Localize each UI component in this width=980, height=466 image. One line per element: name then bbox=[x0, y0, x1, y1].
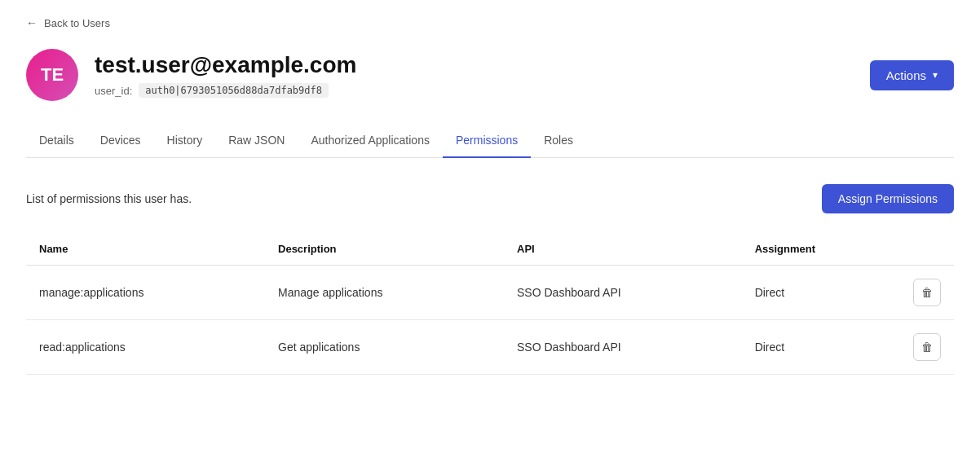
user-header: TE test.user@example.com user_id: auth0|… bbox=[26, 49, 954, 101]
avatar: TE bbox=[26, 49, 78, 101]
col-header-actions bbox=[900, 233, 954, 266]
cell-action-1: 🗑 bbox=[900, 320, 954, 375]
back-link-label: Back to Users bbox=[44, 17, 110, 29]
col-header-assignment: Assignment bbox=[742, 233, 900, 266]
cell-name-1: read:applications bbox=[26, 320, 265, 375]
permissions-table: Name Description API Assignment manage:a… bbox=[26, 233, 954, 375]
cell-assignment-0: Direct bbox=[742, 266, 900, 320]
col-header-description: Description bbox=[265, 233, 504, 266]
tab-authorized-applications[interactable]: Authorized Applications bbox=[298, 124, 443, 158]
cell-name-0: manage:applications bbox=[26, 266, 265, 320]
actions-button[interactable]: Actions ▾ bbox=[870, 60, 954, 90]
tab-devices[interactable]: Devices bbox=[87, 124, 154, 158]
trash-icon: 🗑 bbox=[921, 341, 933, 354]
user-header-left: TE test.user@example.com user_id: auth0|… bbox=[26, 49, 356, 101]
chevron-down-icon: ▾ bbox=[933, 69, 938, 81]
user-email: test.user@example.com bbox=[95, 52, 356, 78]
cell-assignment-1: Direct bbox=[742, 320, 900, 375]
permissions-description: List of permissions this user has. bbox=[26, 192, 192, 205]
table-header: Name Description API Assignment bbox=[26, 233, 954, 266]
actions-button-label: Actions bbox=[886, 68, 926, 82]
page-wrapper: ← Back to Users TE test.user@example.com… bbox=[0, 0, 980, 391]
table-header-row: Name Description API Assignment bbox=[26, 233, 954, 266]
tab-raw-json[interactable]: Raw JSON bbox=[215, 124, 298, 158]
tabs-bar: Details Devices History Raw JSON Authori… bbox=[26, 124, 954, 158]
cell-description-1: Get applications bbox=[265, 320, 504, 375]
trash-icon: 🗑 bbox=[921, 286, 933, 299]
col-header-api: API bbox=[504, 233, 742, 266]
col-header-name: Name bbox=[26, 233, 265, 266]
table-row: manage:applicationsManage applicationsSS… bbox=[26, 266, 954, 320]
cell-description-0: Manage applications bbox=[265, 266, 504, 320]
back-arrow-icon: ← bbox=[26, 16, 38, 29]
tab-details[interactable]: Details bbox=[26, 124, 87, 158]
tab-permissions[interactable]: Permissions bbox=[443, 124, 531, 158]
cell-api-0: SSO Dashboard API bbox=[504, 266, 742, 320]
delete-permission-button-1[interactable]: 🗑 bbox=[913, 333, 941, 361]
user-id-label: user_id: bbox=[95, 85, 132, 97]
permissions-header: List of permissions this user has. Assig… bbox=[26, 184, 954, 213]
avatar-initials: TE bbox=[41, 64, 64, 86]
back-link[interactable]: ← Back to Users bbox=[26, 16, 954, 29]
user-info: test.user@example.com user_id: auth0|679… bbox=[95, 52, 356, 98]
tab-history[interactable]: History bbox=[154, 124, 216, 158]
delete-permission-button-0[interactable]: 🗑 bbox=[913, 279, 941, 306]
cell-action-0: 🗑 bbox=[900, 266, 954, 320]
table-row: read:applicationsGet applicationsSSO Das… bbox=[26, 320, 954, 375]
cell-api-1: SSO Dashboard API bbox=[504, 320, 742, 375]
user-id-row: user_id: auth0|6793051056d88da7dfab9df8 bbox=[95, 83, 356, 98]
table-body: manage:applicationsManage applicationsSS… bbox=[26, 266, 954, 375]
tab-roles[interactable]: Roles bbox=[531, 124, 586, 158]
user-id-badge: auth0|6793051056d88da7dfab9df8 bbox=[139, 83, 329, 98]
assign-permissions-button[interactable]: Assign Permissions bbox=[822, 184, 954, 213]
